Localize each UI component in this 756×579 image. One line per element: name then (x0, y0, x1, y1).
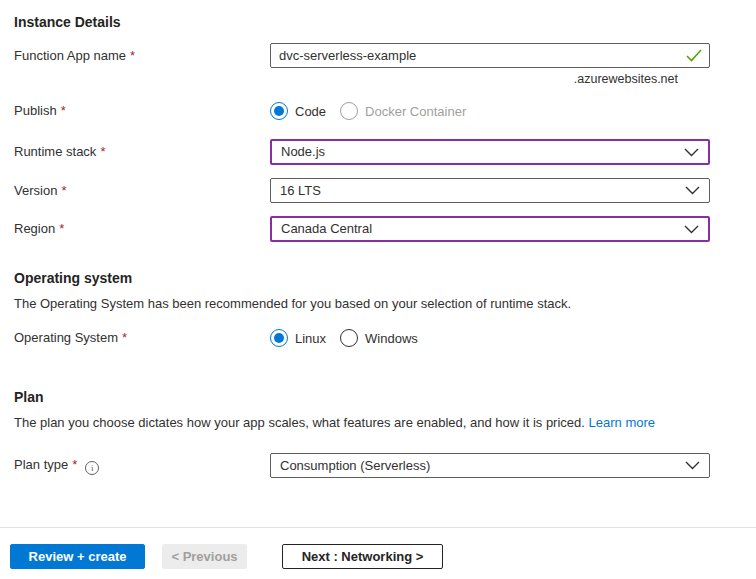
valid-check-icon (686, 49, 702, 65)
publish-code-label: Code (295, 104, 326, 119)
next-networking-button[interactable]: Next : Networking > (282, 544, 443, 569)
publish-option-docker-container: Docker Container (340, 102, 466, 120)
required-asterisk: * (59, 221, 64, 236)
chevron-down-icon (684, 222, 699, 237)
create-function-app-form: Instance Details Function App name* .azu… (0, 0, 756, 579)
operating-system-radio-group: Linux Windows (270, 329, 710, 347)
publish-docker-label: Docker Container (365, 104, 466, 119)
version-value: 16 LTS (280, 183, 321, 199)
row-publish: Publish* Code Docker Container (14, 102, 756, 120)
row-function-app-name: Function App name* (14, 43, 756, 68)
radio-selected-icon[interactable] (270, 329, 288, 347)
required-asterisk: * (122, 330, 127, 345)
plan-description-text: The plan you choose dictates how your ap… (14, 415, 585, 430)
plan-type-label: Plan type*i (14, 456, 270, 475)
chevron-down-icon (685, 183, 700, 198)
section-title-plan: Plan (14, 347, 756, 406)
row-operating-system: Operating System* Linux Windows (14, 329, 756, 347)
runtime-stack-label: Runtime stack* (14, 143, 270, 161)
info-icon[interactable]: i (85, 461, 99, 475)
os-option-windows[interactable]: Windows (340, 329, 418, 347)
row-runtime-stack: Runtime stack* Node.js (14, 139, 756, 165)
runtime-stack-value: Node.js (281, 144, 325, 160)
region-control: Canada Central (270, 216, 710, 242)
review-create-button[interactable]: Review + create (10, 544, 145, 569)
row-region: Region* Canada Central (14, 216, 756, 242)
chevron-down-icon (685, 458, 700, 473)
function-app-name-input[interactable] (270, 43, 710, 68)
previous-button: < Previous (162, 544, 247, 569)
row-plan-type: Plan type*i Consumption (Serverless) (14, 453, 756, 478)
os-windows-label: Windows (365, 331, 418, 346)
domain-suffix: .azurewebsites.net (270, 72, 724, 86)
publish-option-code[interactable]: Code (270, 102, 326, 120)
runtime-stack-dropdown[interactable]: Node.js (270, 139, 710, 165)
os-option-linux[interactable]: Linux (270, 329, 326, 347)
version-label: Version* (14, 182, 270, 200)
radio-selected-icon[interactable] (270, 102, 288, 120)
os-linux-label: Linux (295, 331, 326, 346)
plan-type-control: Consumption (Serverless) (270, 453, 710, 478)
required-asterisk: * (61, 103, 66, 118)
required-asterisk: * (130, 48, 135, 63)
version-dropdown[interactable]: 16 LTS (270, 178, 710, 203)
version-control: 16 LTS (270, 178, 710, 203)
required-asterisk: * (61, 183, 66, 198)
region-value: Canada Central (281, 221, 372, 237)
runtime-stack-control: Node.js (270, 139, 710, 165)
plan-description: The plan you choose dictates how your ap… (14, 415, 756, 431)
region-label: Region* (14, 220, 270, 238)
footer-divider (0, 527, 756, 528)
region-dropdown[interactable]: Canada Central (270, 216, 710, 242)
row-version: Version* 16 LTS (14, 178, 756, 203)
operating-system-label: Operating System* (14, 329, 270, 347)
section-title-instance-details: Instance Details (14, 0, 756, 31)
operating-system-description: The Operating System has been recommende… (14, 296, 756, 312)
required-asterisk: * (72, 457, 77, 472)
learn-more-link[interactable]: Learn more (589, 415, 655, 430)
radio-unselected-icon[interactable] (340, 329, 358, 347)
section-title-operating-system: Operating system (14, 242, 756, 287)
footer-button-bar: Review + create < Previous Next : Networ… (10, 544, 443, 569)
required-asterisk: * (100, 144, 105, 159)
plan-type-dropdown[interactable]: Consumption (Serverless) (270, 453, 710, 478)
function-app-name-label: Function App name* (14, 47, 270, 65)
publish-radio-group: Code Docker Container (270, 102, 710, 120)
function-app-name-control (270, 43, 710, 68)
publish-label: Publish* (14, 102, 270, 120)
radio-disabled-icon (340, 102, 358, 120)
plan-type-value: Consumption (Serverless) (280, 458, 430, 474)
chevron-down-icon (684, 145, 699, 160)
